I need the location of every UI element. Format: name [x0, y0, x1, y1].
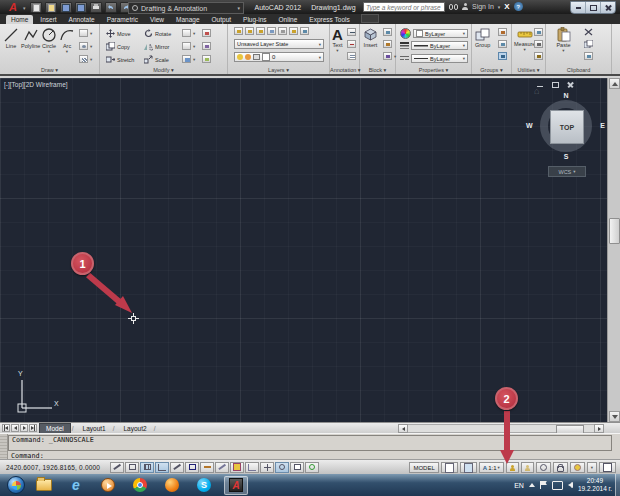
layer-properties-icon[interactable]: [234, 27, 243, 35]
taskbar-explorer-button[interactable]: [32, 476, 56, 495]
ungroup-button[interactable]: [498, 28, 507, 36]
drawing-restore-button[interactable]: [551, 81, 559, 88]
taskbar-skype-button[interactable]: S: [192, 476, 216, 495]
panel-properties-label[interactable]: Properties ▾: [396, 67, 471, 73]
group-selection-toggle[interactable]: [498, 52, 507, 60]
group-edit-button[interactable]: [498, 40, 507, 48]
layer-isolate-icon[interactable]: [256, 27, 265, 35]
panel-layers-label[interactable]: Layers ▾: [228, 67, 329, 73]
infocenter-search-input[interactable]: [363, 2, 445, 12]
ribbon-minimize-button[interactable]: [361, 14, 379, 23]
measure-tool-button[interactable]: Measure ▾: [514, 28, 535, 53]
network-icon[interactable]: [552, 481, 563, 490]
panel-modify-label[interactable]: Modify ▾: [100, 67, 227, 73]
paste-special-button[interactable]: [584, 52, 593, 60]
toggle-grid[interactable]: [140, 462, 154, 473]
mirror-tool-button[interactable]: Mirror: [144, 42, 169, 51]
layer-match-icon[interactable]: [289, 27, 298, 35]
erase-tool-button[interactable]: [202, 29, 211, 37]
linetype-dropdown[interactable]: ByLayer ▾: [411, 54, 468, 63]
compass-south-label[interactable]: S: [536, 153, 596, 160]
taskbar-chrome-button[interactable]: [128, 476, 152, 495]
language-indicator[interactable]: EN: [514, 482, 524, 489]
hatch-tool-button[interactable]: ▾: [79, 55, 92, 63]
layer-lock-icon[interactable]: [278, 27, 287, 35]
viewport-controls-label[interactable]: [-][Top][2D Wireframe]: [4, 81, 68, 88]
compass-east-label[interactable]: E: [600, 122, 605, 129]
save-button[interactable]: [60, 2, 72, 13]
taskbar-ie-button[interactable]: e: [64, 476, 88, 495]
scroll-down-button[interactable]: [609, 411, 620, 422]
tab-insert[interactable]: Insert: [35, 15, 61, 24]
toggle-sc[interactable]: [305, 462, 319, 473]
panel-annotation-label[interactable]: Annotation ▾: [330, 67, 359, 73]
vertical-scrollbar[interactable]: [607, 78, 620, 422]
paste-tool-button[interactable]: Paste ▾: [556, 27, 571, 54]
prev-tab-button[interactable]: [11, 424, 19, 432]
quickcalc-button[interactable]: [534, 40, 543, 48]
command-window-grip[interactable]: [0, 434, 8, 460]
search-binoculars-icon[interactable]: [449, 4, 458, 10]
toggle-polar[interactable]: [170, 462, 184, 473]
start-button[interactable]: [7, 476, 25, 494]
quick-view-drawings-button[interactable]: [460, 462, 477, 473]
block-create-button[interactable]: [383, 28, 392, 36]
first-tab-button[interactable]: [2, 424, 10, 432]
next-tab-button[interactable]: [20, 424, 28, 432]
drawing-close-button[interactable]: [566, 81, 574, 88]
fillet-tool-button[interactable]: ▾: [182, 29, 195, 37]
table-tool-button[interactable]: [347, 52, 356, 60]
move-tool-button[interactable]: Move: [106, 29, 130, 38]
polyline-tool-button[interactable]: Polyline: [21, 27, 40, 49]
signin-caret-icon[interactable]: ▾: [498, 4, 501, 10]
toggle-osnap[interactable]: [185, 462, 199, 473]
lineweight-dropdown[interactable]: ByLayer ▾: [411, 41, 468, 50]
tab-express-tools[interactable]: Express Tools: [304, 15, 354, 24]
coordinates-readout[interactable]: 2420.6007, 1926.8165, 0.0000: [6, 464, 106, 471]
block-edit-button[interactable]: [383, 40, 392, 48]
toggle-dyn[interactable]: [245, 462, 259, 473]
copy-tool-button[interactable]: Copy: [106, 42, 130, 51]
layer-dropdown[interactable]: 0 ▾: [234, 52, 324, 62]
toggle-snap[interactable]: [125, 462, 139, 473]
stretch-tool-button[interactable]: Stretch: [106, 55, 134, 64]
toolbar-lock-button[interactable]: [553, 462, 568, 473]
circle-tool-button[interactable]: Circle ▾: [41, 27, 57, 55]
undo-button[interactable]: [105, 2, 117, 13]
hidden-icons-chevron[interactable]: [529, 483, 535, 487]
toggle-ducs[interactable]: [230, 462, 244, 473]
status-menu-button[interactable]: ▾: [587, 462, 597, 473]
insert-block-button[interactable]: Insert: [363, 28, 378, 48]
arc-tool-button[interactable]: Arc ▾: [59, 27, 75, 55]
vertical-scroll-thumb[interactable]: [609, 218, 620, 244]
action-center-flag-icon[interactable]: [540, 481, 547, 489]
rotate-tool-button[interactable]: Rotate: [144, 29, 171, 38]
layer-freeze-icon[interactable]: [267, 27, 276, 35]
signin-person-icon[interactable]: [462, 3, 468, 10]
tab-online[interactable]: Online: [274, 15, 303, 24]
panel-draw-label[interactable]: Draw ▾: [0, 67, 99, 73]
open-button[interactable]: [45, 2, 57, 13]
tab-layout2[interactable]: Layout2: [117, 424, 152, 433]
copy-clip-button[interactable]: [584, 40, 593, 48]
plot-button[interactable]: [90, 2, 102, 13]
signin-label[interactable]: Sign In: [472, 3, 494, 10]
last-tab-button[interactable]: [29, 424, 37, 432]
toggle-ortho[interactable]: [155, 462, 169, 473]
rectangle-tool-button[interactable]: ▾: [79, 29, 92, 37]
explode-tool-button[interactable]: [202, 42, 211, 50]
tab-manage[interactable]: Manage: [171, 15, 205, 24]
cut-button[interactable]: [584, 28, 593, 36]
scale-tool-button[interactable]: Scale: [144, 55, 169, 64]
tab-parametric[interactable]: Parametric: [102, 15, 143, 24]
trim-tool-button[interactable]: ▾: [182, 42, 195, 50]
tab-annotate[interactable]: Annotate: [64, 15, 100, 24]
tab-home[interactable]: Home: [6, 15, 33, 24]
taskbar-clock[interactable]: 20:49 19.2.2014 г.: [578, 477, 618, 493]
model-space-button[interactable]: MODEL: [409, 462, 438, 473]
volume-icon[interactable]: [568, 482, 573, 488]
toggle-3dosnap[interactable]: [200, 462, 214, 473]
layer-state-dropdown[interactable]: Unsaved Layer State ▾: [234, 39, 324, 49]
restore-button[interactable]: [586, 2, 601, 13]
ellipse-tool-button[interactable]: ▾: [79, 42, 92, 50]
